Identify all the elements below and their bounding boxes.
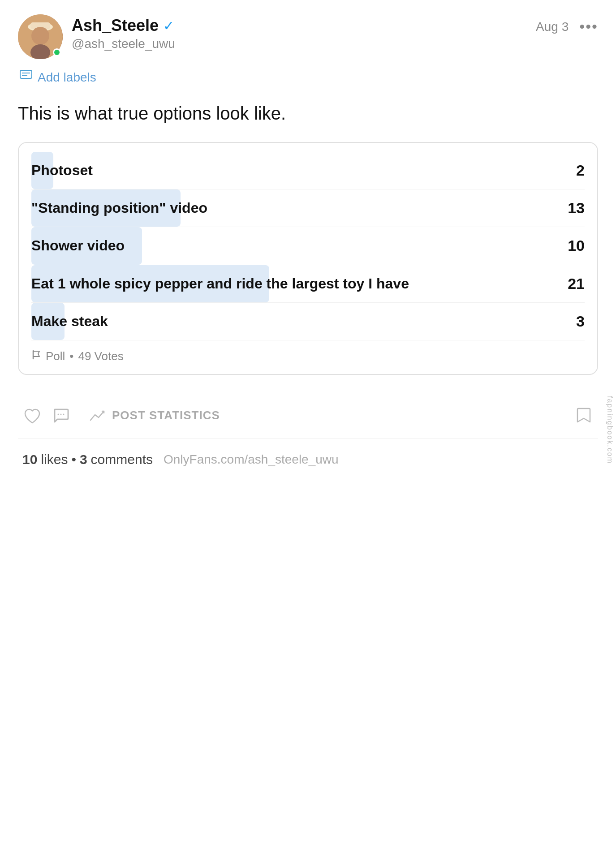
comments-label: comments [91,452,153,467]
svg-point-5 [32,35,38,40]
user-info: Ash_Steele ✓ @ash_steele_uwu [72,14,175,51]
poll-option-votes: 3 [576,313,585,330]
poll-card: Photoset 2 "Standing position" video 13 … [18,142,598,375]
svg-point-12 [63,413,65,415]
poll-footer: Poll • 49 Votes [31,340,585,374]
post-statistics-button[interactable]: POST STATISTICS [89,407,220,425]
poll-option[interactable]: Eat 1 whole spicy pepper and ride the la… [31,265,585,303]
post-date: Aug 3 [536,20,569,34]
online-indicator [53,48,61,56]
action-bar: POST STATISTICS [18,393,598,439]
verified-icon: ✓ [163,18,174,34]
poll-votes: 49 Votes [78,349,123,363]
post-text: This is what true options look like. [18,101,598,126]
like-button[interactable] [22,402,51,429]
poll-option-label: Shower video [31,236,134,255]
more-options-button[interactable]: ••• [579,18,598,35]
poll-label: Poll [46,349,65,363]
poll-option[interactable]: "Standing position" video 13 [31,189,585,227]
svg-point-11 [58,413,59,415]
poll-flag-icon [31,350,41,362]
poll-option[interactable]: Make steak 3 [31,303,585,340]
svg-point-10 [60,413,62,415]
poll-option-label: Photoset [31,161,102,180]
likes-row: 10 likes • 3 comments OnlyFans.com/ash_s… [18,447,598,476]
poll-option-votes: 2 [576,162,585,179]
comment-button[interactable] [51,402,80,429]
poll-separator: • [69,349,73,363]
poll-option-votes: 21 [568,275,585,292]
poll-option[interactable]: Photoset 2 [31,152,585,189]
svg-rect-6 [20,70,32,78]
of-watermark-text: OnlyFans.com/ash_steele_uwu [164,452,339,467]
poll-option[interactable]: Shower video 10 [31,227,585,265]
poll-option-votes: 10 [568,237,585,254]
poll-option-votes: 13 [568,199,585,217]
post-statistics-label: POST STATISTICS [112,408,220,422]
post-header: Ash_Steele ✓ @ash_steele_uwu Aug 3 ••• [18,14,598,59]
comments-count: 3 [80,452,87,467]
label-icon [20,70,32,85]
separator: • [71,452,76,467]
poll-option-label: "Standing position" video [31,198,216,218]
bookmark-button[interactable] [574,405,594,426]
add-labels-row[interactable]: Add labels [18,70,598,85]
username: Ash_Steele [72,16,159,35]
user-handle: @ash_steele_uwu [72,37,175,51]
poll-option-label: Eat 1 whole spicy pepper and ride the la… [31,274,418,293]
poll-option-label: Make steak [31,312,117,331]
likes-count: 10 [22,452,37,467]
add-labels-text: Add labels [38,70,96,85]
avatar[interactable] [18,14,63,59]
likes-label: likes [41,452,68,467]
